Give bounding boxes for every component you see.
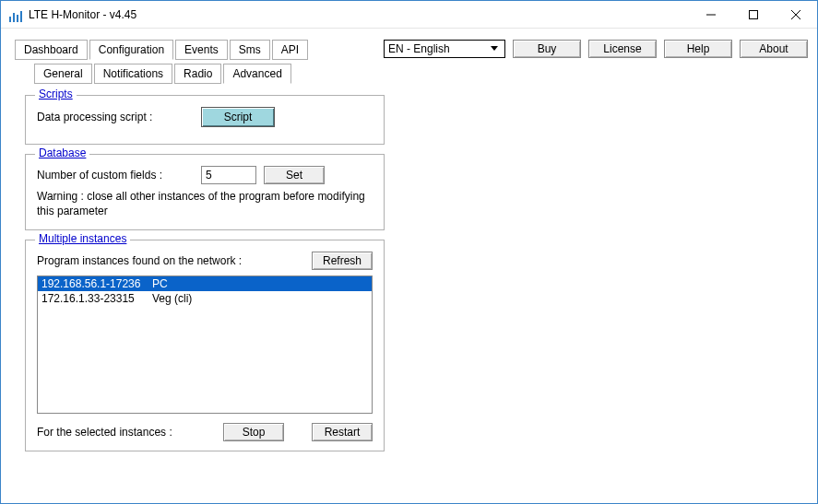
tab-api[interactable]: API — [272, 40, 308, 60]
instance-name: Veg (cli) — [152, 292, 192, 305]
svg-marker-4 — [491, 46, 498, 51]
database-group: Database Number of custom fields : Set W… — [25, 154, 385, 230]
tab-sms[interactable]: Sms — [230, 40, 270, 60]
minimize-button[interactable] — [690, 1, 732, 29]
main-toolbar: Dashboard Configuration Events Sms API G… — [1, 29, 817, 88]
scripts-legend: Scripts — [35, 88, 77, 100]
sub-tabs: General Notifications Radio Advanced — [34, 64, 308, 84]
instances-list[interactable]: 192.168.56.1-17236PC172.16.1.33-23315Veg… — [37, 275, 373, 414]
tab-dashboard[interactable]: Dashboard — [15, 40, 88, 60]
window-controls — [690, 1, 817, 29]
window-title: LTE H-Monitor - v4.45 — [29, 8, 136, 21]
instance-address: 192.168.56.1-17236 — [41, 277, 152, 290]
about-button[interactable]: About — [740, 40, 808, 58]
instance-name: PC — [152, 277, 168, 290]
stop-button[interactable]: Stop — [223, 423, 284, 441]
instances-found-label: Program instances found on the network : — [37, 254, 242, 267]
list-item[interactable]: 172.16.1.33-23315Veg (cli) — [38, 291, 372, 306]
multi-legend: Multiple instances — [35, 232, 130, 245]
subtab-notifications[interactable]: Notifications — [94, 64, 172, 84]
chevron-down-icon — [488, 46, 501, 52]
tab-events[interactable]: Events — [175, 40, 228, 60]
database-legend: Database — [35, 147, 89, 159]
tab-configuration[interactable]: Configuration — [89, 40, 173, 60]
script-button[interactable]: Script — [201, 107, 275, 127]
subtab-general[interactable]: General — [34, 64, 92, 84]
subtab-radio[interactable]: Radio — [174, 64, 221, 84]
scripts-group: Scripts Data processing script : Script — [25, 95, 385, 145]
instance-address: 172.16.1.33-23315 — [41, 292, 152, 305]
restart-button[interactable]: Restart — [312, 423, 373, 441]
subtab-advanced[interactable]: Advanced — [223, 64, 290, 84]
svg-rect-1 — [750, 10, 758, 18]
license-button[interactable]: License — [588, 40, 657, 58]
custom-fields-label: Number of custom fields : — [37, 169, 194, 182]
multiple-instances-group: Multiple instances Program instances fou… — [25, 240, 385, 451]
refresh-button[interactable]: Refresh — [312, 252, 373, 270]
close-button[interactable] — [775, 1, 817, 29]
help-button[interactable]: Help — [664, 40, 732, 58]
script-label: Data processing script : — [37, 111, 194, 123]
for-selected-label: For the selected instances : — [37, 426, 172, 439]
custom-fields-input[interactable] — [201, 166, 256, 184]
maximize-button[interactable] — [732, 1, 775, 29]
app-icon — [8, 7, 23, 22]
buy-button[interactable]: Buy — [513, 40, 581, 58]
titlebar: LTE H-Monitor - v4.45 — [1, 1, 817, 29]
database-warning: Warning : close all other instances of t… — [37, 190, 373, 218]
main-tabs: Dashboard Configuration Events Sms API — [15, 40, 308, 60]
content: Scripts Data processing script : Script … — [1, 88, 817, 451]
set-button[interactable]: Set — [264, 166, 325, 184]
language-select[interactable]: EN - English — [384, 40, 505, 58]
list-item[interactable]: 192.168.56.1-17236PC — [38, 276, 372, 291]
language-value: EN - English — [388, 42, 450, 55]
